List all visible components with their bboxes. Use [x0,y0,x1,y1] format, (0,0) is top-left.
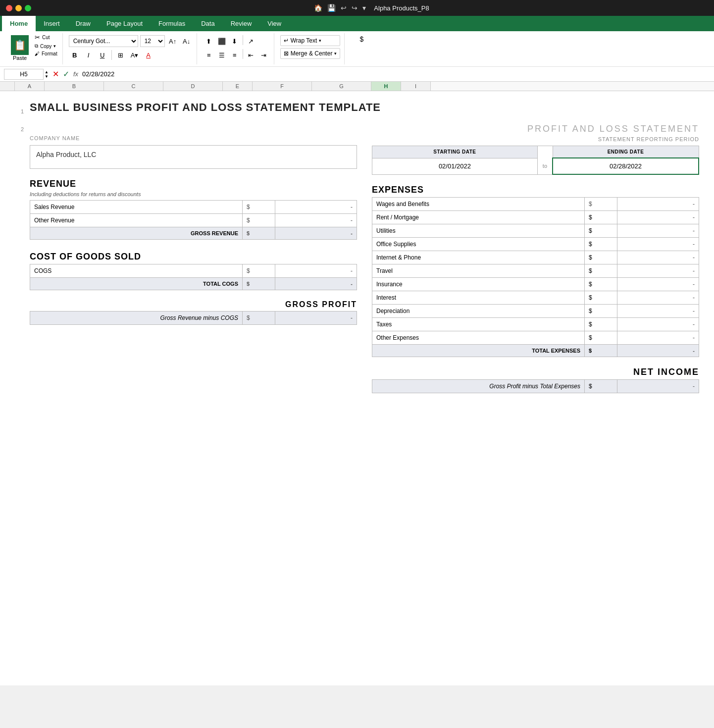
tab-home[interactable]: Home [2,16,36,31]
align-left-button[interactable]: ≡ [203,49,215,61]
wages-label[interactable]: Wages and Benefits [372,198,585,211]
tab-draw[interactable]: Draw [68,16,99,31]
col-header-b[interactable]: B [45,82,104,91]
increase-font-button[interactable]: A↑ [167,35,179,47]
tab-page-layout[interactable]: Page Layout [99,16,151,31]
wages-value[interactable]: - [617,198,699,211]
maximize-button[interactable] [25,5,31,11]
align-bottom-button[interactable]: ⬇ [229,35,241,47]
other-expenses-value[interactable]: - [617,331,699,345]
taxes-value[interactable]: - [617,318,699,331]
col-header-e[interactable]: E [223,82,253,91]
redo-icon[interactable]: ↪ [352,4,357,12]
internet-phone-label[interactable]: Internet & Phone [372,251,585,264]
alignment-group: ⬆ ⬛ ⬇ ↗ ≡ ☰ ≡ ⇤ ⇥ [199,33,274,64]
rent-label[interactable]: Rent / Mortgage [372,211,585,224]
insurance-currency: $ [585,278,617,291]
copy-button[interactable]: ⧉ Copy ▾ [34,43,58,50]
insurance-label[interactable]: Insurance [372,278,585,291]
col-header-d[interactable]: D [163,82,223,91]
cogs-label[interactable]: COGS [30,264,243,278]
gross-profit-label: Gross Revenue minus COGS [30,312,243,325]
indent-increase-button[interactable]: ⇥ [258,49,270,61]
merge-center-button[interactable]: ⊠ Merge & Center ▾ [280,48,341,59]
other-expenses-label[interactable]: Other Expenses [372,331,585,345]
merge-dropdown-icon[interactable]: ▾ [334,51,337,56]
font-family-select[interactable]: Century Got... [69,35,138,47]
col-header-i[interactable]: I [401,82,431,91]
align-right-button[interactable]: ≡ [229,49,241,61]
font-size-select[interactable]: 12 [140,35,165,47]
cogs-value[interactable]: - [275,264,357,278]
confirm-formula-button[interactable]: ✓ [63,69,69,79]
col-header-h[interactable]: H [371,82,401,91]
tab-data[interactable]: Data [193,16,222,31]
ending-date-value[interactable]: 02/28/2022 [553,158,699,174]
travel-label[interactable]: Travel [372,264,585,278]
minimize-button[interactable] [15,5,22,11]
interest-value[interactable]: - [617,291,699,305]
cell-reference-box[interactable]: H5 [4,69,44,80]
total-expenses-value[interactable]: - [617,345,699,357]
travel-value[interactable]: - [617,264,699,278]
paste-button[interactable]: 📋 Paste [8,33,32,63]
gross-profit-title-row: GROSS PROFIT [30,300,357,309]
net-income-value[interactable]: - [617,380,699,393]
font-color-button[interactable]: A [143,49,154,61]
formula-input[interactable] [82,70,710,78]
tab-review[interactable]: Review [223,16,260,31]
cancel-formula-button[interactable]: ✕ [52,69,59,79]
interest-label[interactable]: Interest [372,291,585,305]
col-header-g[interactable]: G [312,82,371,91]
col-header-a[interactable]: A [15,82,45,91]
company-name-box[interactable]: Alpha Product, LLC [30,145,357,169]
bold-button[interactable]: B [69,49,81,61]
col-header-c[interactable]: C [104,82,163,91]
starting-date-value[interactable]: 02/01/2022 [372,158,538,174]
rent-value[interactable]: - [617,211,699,224]
close-button[interactable] [6,5,12,11]
text-orient-button[interactable]: ↗ [245,35,257,47]
fill-color-button[interactable]: A▾ [129,49,141,61]
sales-revenue-value[interactable]: - [275,201,357,214]
depreciation-label[interactable]: Depreciation [372,305,585,318]
save-icon[interactable]: 💾 [327,4,336,12]
undo-icon[interactable]: ↩ [341,4,347,12]
taxes-label[interactable]: Taxes [372,318,585,331]
total-cogs-value[interactable]: - [275,278,357,290]
format-button[interactable]: 🖌 Format [34,51,58,57]
copy-dropdown-icon[interactable]: ▾ [53,44,56,49]
gross-profit-value[interactable]: - [275,312,357,325]
border-button[interactable]: ⊞ [115,49,127,61]
office-supplies-value[interactable]: - [617,238,699,251]
align-center-button[interactable]: ☰ [216,49,228,61]
utilities-value[interactable]: - [617,224,699,238]
italic-button[interactable]: I [83,49,95,61]
sales-revenue-label[interactable]: Sales Revenue [30,201,243,214]
align-middle-button[interactable]: ⬛ [216,35,228,47]
other-revenue-label[interactable]: Other Revenue [30,214,243,227]
indent-decrease-button[interactable]: ⇤ [245,49,257,61]
wrap-text-button[interactable]: ↵ Wrap Text ▾ [280,35,341,46]
gross-revenue-value[interactable]: - [275,227,357,240]
utilities-label[interactable]: Utilities [372,224,585,238]
wrap-dropdown-icon[interactable]: ▾ [319,38,321,43]
other-revenue-value[interactable]: - [275,214,357,227]
cell-ref-arrows[interactable]: ▲▼ [45,70,49,79]
underline-button[interactable]: U [97,49,108,61]
tab-view[interactable]: View [259,16,289,31]
decrease-font-button[interactable]: A↓ [181,35,193,47]
align-top-button[interactable]: ⬆ [203,35,215,47]
tab-formulas[interactable]: Formulas [151,16,193,31]
insurance-value[interactable]: - [617,278,699,291]
depreciation-value[interactable]: - [617,305,699,318]
col-header-f[interactable]: F [253,82,312,91]
cut-button[interactable]: ✂ Cut [34,33,58,42]
internet-phone-value[interactable]: - [617,251,699,264]
dollar-sign-button[interactable]: $ [356,33,367,45]
tab-insert[interactable]: Insert [36,16,68,31]
reporting-period: STATEMENT REPORTING PERIOD STARTING DATE… [372,135,699,175]
other-revenue-currency: $ [243,214,275,227]
office-supplies-label[interactable]: Office Supplies [372,238,585,251]
more-icon[interactable]: ▾ [362,4,366,12]
